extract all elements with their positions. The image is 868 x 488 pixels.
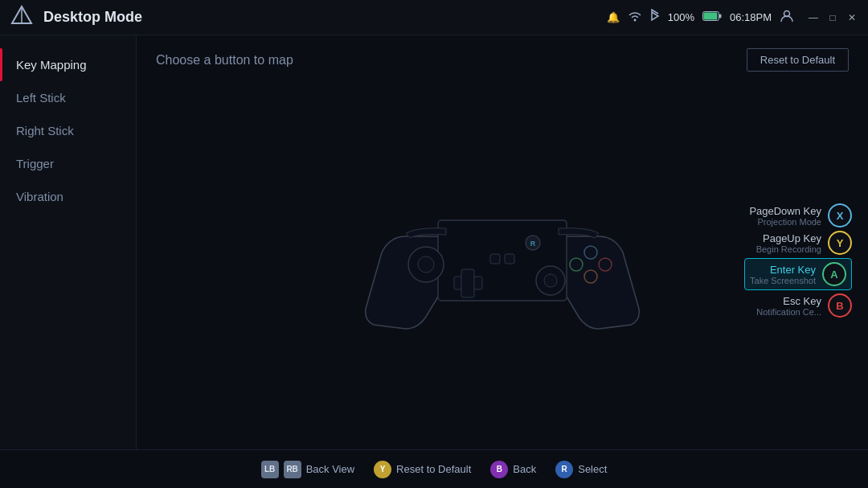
svg-rect-3	[703, 13, 717, 20]
sidebar-item-left-stick[interactable]: Left Stick	[0, 81, 136, 114]
sidebar-item-key-mapping[interactable]: Key Mapping	[0, 48, 136, 81]
esc-action-name: Notification Ce...	[756, 307, 821, 317]
b-button-circle: B	[828, 293, 852, 318]
pageup-mapping-text: PageUp Key Begin Recording	[756, 232, 821, 254]
bottombar: LB RB Back View Y Reset to Default B Bac…	[0, 449, 868, 488]
sidebar-item-right-stick[interactable]: Right Stick	[0, 114, 136, 147]
back-view-label: Back View	[306, 463, 354, 475]
a-button-circle: A	[822, 262, 846, 286]
reset-group: Y Reset to Default	[374, 461, 471, 478]
mapping-row-pagedown[interactable]: PageDown Key Projection Mode X	[744, 203, 852, 228]
svg-rect-19	[490, 254, 500, 264]
pageup-action-name: Begin Recording	[756, 244, 821, 254]
svg-point-16	[584, 270, 597, 283]
bluetooth-icon	[650, 9, 660, 26]
titlebar: Desktop Mode 🔔 100% 06:18PM	[0, 0, 868, 35]
battery-icon	[702, 11, 722, 23]
esc-mapping-text: Esc Key Notification Ce...	[756, 295, 821, 317]
pagedown-mapping-text: PageDown Key Projection Mode	[749, 205, 821, 227]
window-controls[interactable]: — □ ✕	[807, 11, 858, 24]
close-button[interactable]: ✕	[845, 11, 858, 24]
rb-button[interactable]: RB	[284, 461, 301, 478]
y-gamepad-button[interactable]: Y	[374, 461, 391, 478]
battery-indicator: 100%	[668, 11, 694, 23]
button-mappings: PageDown Key Projection Mode X PageUp Ke…	[744, 203, 852, 318]
svg-point-8	[418, 256, 434, 273]
wifi-icon	[628, 10, 642, 24]
pagedown-action-name: Projection Mode	[749, 217, 821, 227]
mapping-row-esc[interactable]: Esc Key Notification Ce... B	[744, 293, 852, 318]
reset-to-default-button[interactable]: Reset to Default	[747, 48, 849, 72]
system-icons: 🔔 100% 06:18PM	[607, 9, 794, 26]
content-area: Choose a button to map Reset to Default	[137, 35, 868, 449]
app-title: Desktop Mode	[43, 9, 607, 26]
r-gamepad-button[interactable]: R	[555, 461, 573, 478]
enter-key-name: Enter Key	[750, 264, 816, 276]
svg-point-15	[570, 258, 583, 271]
content-header: Choose a button to map Reset to Default	[137, 35, 868, 72]
svg-point-10	[544, 274, 557, 287]
minimize-button[interactable]: —	[807, 11, 820, 24]
esc-key-name: Esc Key	[756, 295, 821, 307]
sidebar-item-trigger[interactable]: Trigger	[0, 147, 136, 180]
controller-illustration: R	[358, 172, 647, 349]
controller-area: R PageDown Key Projection Mode X	[137, 72, 868, 449]
svg-rect-12	[461, 269, 474, 297]
lb-button[interactable]: LB	[261, 461, 279, 478]
clock: 06:18PM	[730, 11, 772, 23]
svg-text:R: R	[530, 240, 536, 248]
mapping-row-pageup[interactable]: PageUp Key Begin Recording Y	[744, 231, 852, 255]
app-logo	[10, 4, 43, 31]
sidebar: Key Mapping Left Stick Right Stick Trigg…	[0, 35, 137, 449]
y-button-circle: Y	[828, 231, 852, 255]
lb-rb-backview-group: LB RB Back View	[261, 461, 354, 478]
svg-rect-4	[719, 14, 722, 18]
pageup-key-name: PageUp Key	[756, 232, 821, 244]
enter-action-name: Take Screenshot	[750, 276, 816, 285]
sidebar-item-vibration[interactable]: Vibration	[0, 180, 136, 213]
maximize-button[interactable]: □	[826, 11, 839, 24]
back-group: B Back	[490, 461, 536, 478]
back-label: Back	[513, 463, 536, 475]
svg-point-14	[599, 258, 612, 271]
bell-icon: 🔔	[607, 11, 620, 23]
x-button-circle: X	[828, 203, 852, 228]
choose-button-label: Choose a button to map	[156, 53, 293, 68]
svg-point-13	[584, 246, 597, 259]
svg-rect-20	[505, 254, 514, 264]
user-icon	[780, 9, 794, 26]
b-gamepad-button[interactable]: B	[490, 461, 508, 478]
enter-mapping-text: Enter Key Take Screenshot	[750, 264, 816, 285]
select-group: R Select	[555, 461, 607, 478]
mapping-row-enter[interactable]: Enter Key Take Screenshot A	[744, 258, 852, 290]
main-content: Key Mapping Left Stick Right Stick Trigg…	[0, 35, 868, 449]
pagedown-key-name: PageDown Key	[749, 205, 821, 217]
reset-label: Reset to Default	[396, 463, 471, 475]
select-label: Select	[578, 463, 607, 475]
